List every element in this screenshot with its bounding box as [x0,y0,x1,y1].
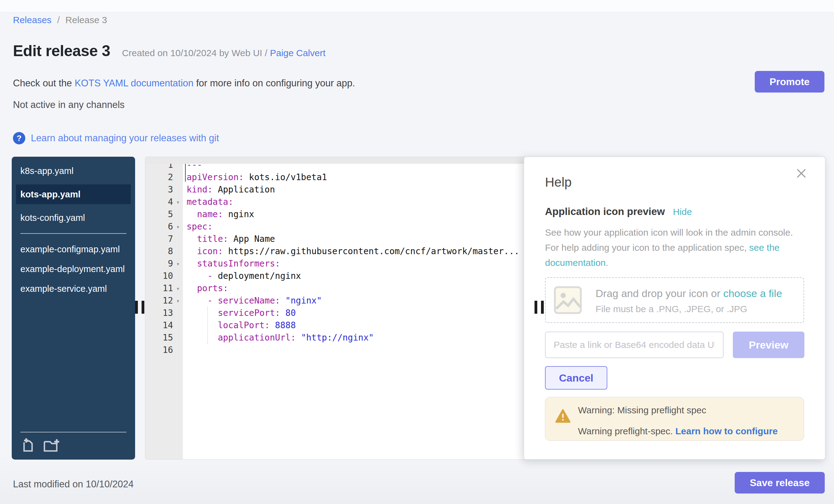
breadcrumb: Releases / Release 3 [13,15,107,25]
docs-info: Check out the KOTS YAML documentation fo… [13,78,355,89]
text-cursor [185,164,186,182]
close-icon [795,168,807,179]
icon-url-row: Preview [545,332,805,358]
breadcrumb-releases-link[interactable]: Releases [13,15,51,25]
file-item[interactable]: kots-app.yaml [16,184,131,204]
warning-icon [555,409,571,423]
dropzone-text: Drag and drop your icon or choose a file… [596,286,782,314]
indent-guide [207,307,208,344]
question-circle-icon: ? [13,132,25,144]
warning-title: Warning: Missing preflight spec [578,404,706,416]
file-plus-icon [20,438,35,453]
hide-link[interactable]: Hide [673,207,692,217]
dropzone-subtext: File must be a .PNG, .JPEG, or .JPG [596,304,782,314]
link[interactable]: Paige Calvert [270,48,325,58]
promote-button[interactable]: Promote [755,71,825,92]
fold-arrow-icon[interactable] [173,196,183,208]
title-row: Edit release 3 Created on 10/10/2024 by … [13,42,325,60]
preview-button[interactable]: Preview [733,332,805,358]
file-item[interactable]: example-configmap.yaml [20,243,127,256]
fold-arrow-icon[interactable] [173,221,183,233]
image-placeholder-icon [554,286,582,314]
file-list-divider [20,233,127,234]
breadcrumb-current: Release 3 [65,15,107,25]
fold-arrow-icon[interactable] [173,294,183,307]
help-panel: Help Application icon preview Hide See h… [524,157,825,460]
icon-url-input[interactable] [545,332,724,358]
link[interactable]: KOTS YAML documentation [75,78,193,89]
sidebar-footer [20,432,127,453]
warning-detail: Warning preflight-spec. Learn how to con… [578,425,777,437]
fold-arrow-icon[interactable] [173,282,183,294]
git-help-row: ? Learn about managing your releases wit… [13,132,219,144]
close-help-button[interactable] [795,168,807,180]
link[interactable]: Learn how to configure [676,426,778,436]
icon-preview-section: Application icon preview Hide [545,206,692,217]
link[interactable]: choose a file [723,287,782,299]
warning-banner: Warning: Missing preflight spec Warning … [545,397,804,441]
help-title: Help [545,175,572,190]
top-strip [0,0,834,12]
channel-status: Not active in any channels [13,99,125,110]
file-sidebar: k8s-app.yamlkots-app.yamlkots-config.yam… [12,157,135,460]
folder-plus-icon [43,438,61,453]
save-release-button[interactable]: Save release [735,472,825,494]
icon-dropzone[interactable]: Drag and drop your icon or choose a file… [545,277,804,323]
dropzone-main-text: Drag and drop your icon or choose a file [596,286,782,301]
created-info: Created on 10/10/2024 by Web UI / Paige … [122,48,325,58]
breadcrumb-separator: / [57,15,60,25]
page-title: Edit release 3 [13,42,110,60]
edit-release-page: Releases / Release 3 Edit release 3 Crea… [0,0,834,504]
section-description: See how your application icon will look … [545,225,809,270]
file-item[interactable]: example-deployment.yaml [20,263,127,275]
git-docs-link[interactable]: Learn about managing your releases with … [31,133,219,144]
section-title: Application icon preview [545,206,665,217]
cancel-button[interactable]: Cancel [545,366,607,390]
pane-resize-handle-right[interactable] [534,301,544,314]
last-modified: Last modified on 10/10/2024 [13,479,134,490]
pane-resize-handle-left[interactable] [135,301,144,314]
file-list: k8s-app.yamlkots-app.yamlkots-config.yam… [12,157,135,295]
file-item[interactable]: example-service.yaml [20,283,127,295]
add-folder-button[interactable] [43,438,61,453]
file-item[interactable]: k8s-app.yaml [20,165,127,177]
file-item[interactable]: kots-config.yaml [20,212,127,224]
add-file-button[interactable] [20,438,35,453]
fold-arrow-icon[interactable] [173,258,183,270]
